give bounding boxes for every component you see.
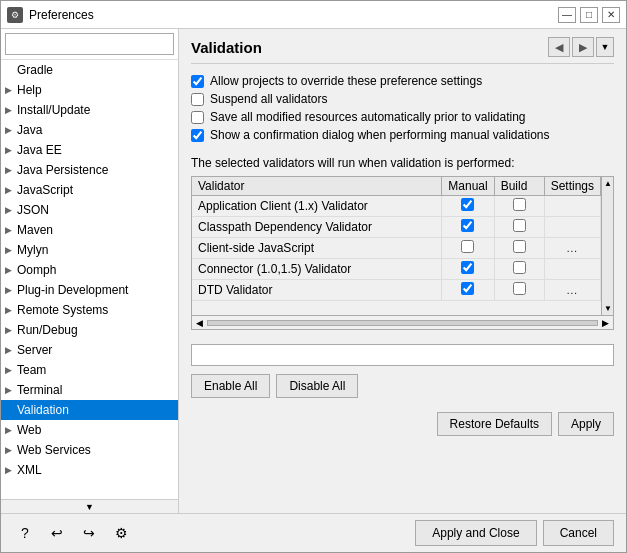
checkbox-cb4[interactable] — [191, 129, 204, 142]
validator-name: Client-side JavaScript — [192, 238, 442, 259]
close-button[interactable]: ✕ — [602, 7, 620, 23]
horizontal-scrollbar[interactable]: ◀ ▶ — [191, 316, 614, 330]
table-row: Application Client (1.x) Validator — [192, 196, 601, 217]
scroll-down-arrow[interactable]: ▼ — [602, 302, 613, 315]
sidebar-item-gradle[interactable]: Gradle — [1, 60, 178, 80]
restore-apply-buttons: Restore Defaults Apply — [191, 412, 614, 436]
manual-checkbox[interactable] — [461, 198, 474, 211]
enable-all-button[interactable]: Enable All — [191, 374, 270, 398]
nav-forward-button[interactable]: ▶ — [572, 37, 594, 57]
sidebar-item-oomph[interactable]: ▶Oomph — [1, 260, 178, 280]
sidebar-arrow: ▶ — [5, 245, 17, 255]
checkbox-cb1[interactable] — [191, 75, 204, 88]
hscroll-track — [207, 320, 598, 326]
sidebar-item-label: Java Persistence — [17, 163, 108, 177]
hscroll-left[interactable]: ◀ — [194, 318, 205, 328]
sidebar-item-rundebug[interactable]: ▶Run/Debug — [1, 320, 178, 340]
title-bar: ⚙ Preferences — □ ✕ — [1, 1, 626, 29]
sidebar-item-team[interactable]: ▶Team — [1, 360, 178, 380]
import-button[interactable]: ↩ — [45, 521, 69, 545]
nav-back-button[interactable]: ◀ — [548, 37, 570, 57]
sidebar-arrow: ▶ — [5, 445, 17, 455]
maximize-button[interactable]: □ — [580, 7, 598, 23]
sidebar-item-terminal[interactable]: ▶Terminal — [1, 380, 178, 400]
nav-dropdown-button[interactable]: ▼ — [596, 37, 614, 57]
sidebar-scroll-down[interactable]: ▼ — [1, 499, 178, 513]
sidebar-item-java[interactable]: ▶Java — [1, 120, 178, 140]
manual-checkbox[interactable] — [461, 282, 474, 295]
sidebar-item-label: Terminal — [17, 383, 62, 397]
sidebar-list: Gradle▶Help▶Install/Update▶Java▶Java EE▶… — [1, 60, 178, 499]
sidebar-item-label: Install/Update — [17, 103, 90, 117]
sidebar-arrow: ▶ — [5, 385, 17, 395]
sidebar-search-input[interactable] — [5, 33, 174, 55]
panel-header: Validation ◀ ▶ ▼ — [191, 37, 614, 64]
settings-dots[interactable]: ... — [567, 243, 578, 254]
sidebar-item-server[interactable]: ▶Server — [1, 340, 178, 360]
checkbox-cb3[interactable] — [191, 111, 204, 124]
preferences-window: ⚙ Preferences — □ ✕ Gradle▶Help▶Install/… — [0, 0, 627, 553]
col-header-manual: Manual — [442, 177, 494, 196]
sidebar-item-label: Java — [17, 123, 42, 137]
sidebar-arrow: ▶ — [5, 225, 17, 235]
validators-table-wrapper: ValidatorManualBuildSettingsApplication … — [191, 176, 614, 316]
build-checkbox[interactable] — [513, 282, 526, 295]
sidebar-item-label: Maven — [17, 223, 53, 237]
checkbox-row-cb2: Suspend all validators — [191, 92, 614, 106]
sidebar-item-label: Validation — [17, 403, 69, 417]
disable-all-button[interactable]: Disable All — [276, 374, 358, 398]
settings-icon-button[interactable]: ⚙ — [109, 521, 133, 545]
sidebar-item-javascript[interactable]: ▶JavaScript — [1, 180, 178, 200]
sidebar-item-label: JSON — [17, 203, 49, 217]
hscroll-right[interactable]: ▶ — [600, 318, 611, 328]
col-header-validator: Validator — [192, 177, 442, 196]
checkbox-cb2[interactable] — [191, 93, 204, 106]
sidebar-item-mylyn[interactable]: ▶Mylyn — [1, 240, 178, 260]
settings-dots[interactable]: ... — [567, 285, 578, 296]
panel-title: Validation — [191, 39, 546, 56]
sidebar-item-plug-in-development[interactable]: ▶Plug-in Development — [1, 280, 178, 300]
right-panel: Validation ◀ ▶ ▼ Allow projects to overr… — [179, 29, 626, 513]
restore-defaults-button[interactable]: Restore Defaults — [437, 412, 552, 436]
apply-and-close-button[interactable]: Apply and Close — [415, 520, 536, 546]
sidebar-item-label: Java EE — [17, 143, 62, 157]
build-checkbox[interactable] — [513, 219, 526, 232]
cancel-button[interactable]: Cancel — [543, 520, 614, 546]
sidebar-item-label: Gradle — [17, 63, 53, 77]
sidebar-arrow: ▶ — [5, 285, 17, 295]
sidebar-item-label: JavaScript — [17, 183, 73, 197]
sidebar-item-web-services[interactable]: ▶Web Services — [1, 440, 178, 460]
build-checkbox[interactable] — [513, 240, 526, 253]
window-controls: — □ ✕ — [558, 7, 620, 23]
sidebar-item-label: Mylyn — [17, 243, 48, 257]
manual-checkbox[interactable] — [461, 261, 474, 274]
sidebar-item-maven[interactable]: ▶Maven — [1, 220, 178, 240]
minimize-button[interactable]: — — [558, 7, 576, 23]
col-header-settings: Settings — [544, 177, 600, 196]
export-button[interactable]: ↪ — [77, 521, 101, 545]
bottom-left-icons: ? ↩ ↪ ⚙ — [13, 521, 133, 545]
text-input-field[interactable] — [191, 344, 614, 366]
scroll-indicator: ▲ ▼ — [601, 177, 613, 315]
sidebar-item-web[interactable]: ▶Web — [1, 420, 178, 440]
sidebar-item-json[interactable]: ▶JSON — [1, 200, 178, 220]
help-icon-button[interactable]: ? — [13, 521, 37, 545]
validator-name: Classpath Dependency Validator — [192, 217, 442, 238]
sidebar-item-label: Remote Systems — [17, 303, 108, 317]
sidebar-item-help[interactable]: ▶Help — [1, 80, 178, 100]
sidebar-item-validation[interactable]: Validation — [1, 400, 178, 420]
build-checkbox[interactable] — [513, 261, 526, 274]
manual-checkbox[interactable] — [461, 219, 474, 232]
apply-button[interactable]: Apply — [558, 412, 614, 436]
sidebar-item-java-persistence[interactable]: ▶Java Persistence — [1, 160, 178, 180]
sidebar-item-remote-systems[interactable]: ▶Remote Systems — [1, 300, 178, 320]
sidebar-arrow: ▶ — [5, 365, 17, 375]
sidebar-item-java-ee[interactable]: ▶Java EE — [1, 140, 178, 160]
sidebar-item-label: Team — [17, 363, 46, 377]
sidebar-item-installupdate[interactable]: ▶Install/Update — [1, 100, 178, 120]
scroll-up-arrow[interactable]: ▲ — [602, 177, 613, 190]
table-row: Classpath Dependency Validator — [192, 217, 601, 238]
sidebar-item-xml[interactable]: ▶XML — [1, 460, 178, 480]
build-checkbox[interactable] — [513, 198, 526, 211]
manual-checkbox[interactable] — [461, 240, 474, 253]
